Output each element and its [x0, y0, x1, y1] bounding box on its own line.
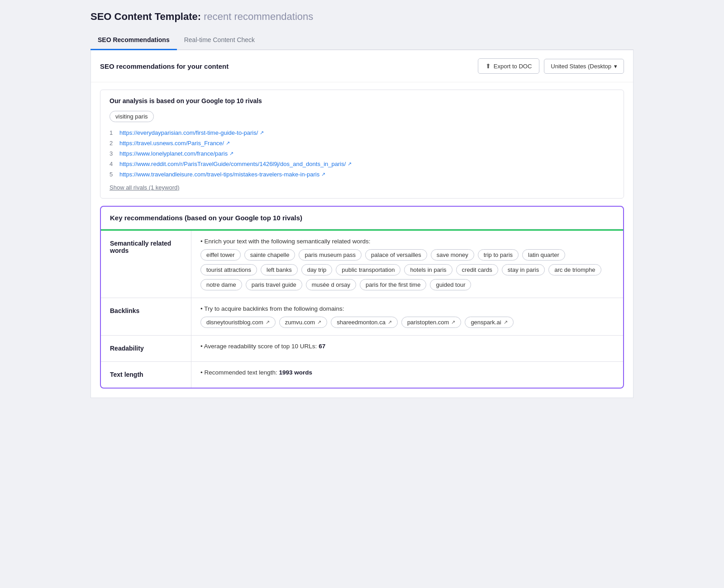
- rival-list: 1 https://everydayparisian.com/first-tim…: [110, 128, 614, 180]
- backlinks-content: • Try to acquire backlinks from the foll…: [191, 298, 623, 335]
- domain-tag[interactable]: shareedmonton.ca ↗: [331, 317, 398, 328]
- external-link-icon: ↗: [504, 319, 508, 325]
- external-link-icon-5: ↗: [321, 171, 325, 177]
- external-link-icon-2: ↗: [226, 140, 230, 146]
- rival-link-2[interactable]: https://travel.usnews.com/Paris_France/ …: [119, 140, 230, 147]
- tab-bar: SEO Recommendations Real-time Content Ch…: [90, 32, 634, 50]
- page-title: SEO Content Template: recent recommendat…: [90, 11, 634, 23]
- header-actions: ⬆ Export to DOC United States (Desktop ▾: [478, 58, 624, 74]
- external-link-icon: ↗: [266, 319, 270, 325]
- domain-tag[interactable]: zumvu.com ↗: [279, 317, 327, 328]
- page-title-subtitle: recent recommendations: [204, 11, 313, 22]
- chevron-down-icon: ▾: [614, 63, 617, 70]
- analysis-title: Our analysis is based on your Google top…: [110, 97, 614, 104]
- main-content-area: SEO recommendations for your content ⬆ E…: [90, 50, 634, 398]
- external-link-icon: ↗: [317, 319, 321, 325]
- rival-item-5: 5 https://www.travelandleisure.com/trave…: [110, 169, 614, 180]
- external-link-icon-1: ↗: [260, 130, 264, 136]
- rival-link-3[interactable]: https://www.lonelyplanet.com/france/pari…: [119, 150, 233, 157]
- semantically-content: • Enrich your text with the following se…: [191, 231, 623, 298]
- backlinks-label: Backlinks: [101, 298, 191, 335]
- external-link-icon: ↗: [451, 319, 455, 325]
- export-icon: ⬆: [486, 62, 491, 70]
- word-tag: paris travel guide: [246, 279, 302, 290]
- export-label: Export to DOC: [494, 63, 532, 70]
- readability-content: • Average readability score of top 10 UR…: [191, 336, 623, 361]
- text-length-content: • Recommended text length: 1993 words: [191, 362, 623, 388]
- word-tag: hotels in paris: [404, 264, 452, 275]
- word-tag: arc de triomphe: [548, 264, 601, 275]
- keyword-tag: visiting paris: [110, 111, 154, 122]
- text-length-value: 1993 words: [279, 369, 313, 376]
- word-tag: trip to paris: [478, 249, 519, 261]
- word-tag: day trip: [301, 264, 333, 275]
- word-tag: palace of versailles: [365, 249, 427, 261]
- word-tag: latin quarter: [522, 249, 565, 261]
- text-length-row: Text length • Recommended text length: 1…: [101, 362, 623, 388]
- section-header: SEO recommendations for your content ⬆ E…: [91, 50, 633, 82]
- word-tag: public transportation: [336, 264, 400, 275]
- location-selector[interactable]: United States (Desktop ▾: [544, 59, 624, 74]
- readability-score-value: 67: [319, 343, 325, 350]
- readability-label: Readability: [101, 336, 191, 361]
- readability-row: Readability • Average readability score …: [101, 336, 623, 362]
- analysis-box: Our analysis is based on your Google top…: [100, 90, 624, 199]
- text-length-label: Text length: [101, 362, 191, 388]
- text-length-text: • Recommended text length: 1993 words: [200, 369, 614, 376]
- word-tag: credit cards: [456, 264, 498, 275]
- rival-item-1: 1 https://everydayparisian.com/first-tim…: [110, 128, 614, 138]
- external-link-icon-3: ↗: [229, 151, 233, 156]
- domain-tag[interactable]: paristopten.com ↗: [401, 317, 462, 328]
- backlinks-row: Backlinks • Try to acquire backlinks fro…: [101, 298, 623, 336]
- tab-realtime-content-check[interactable]: Real-time Content Check: [177, 32, 262, 50]
- semantically-intro: • Enrich your text with the following se…: [200, 238, 614, 245]
- location-label: United States (Desktop: [551, 63, 611, 70]
- export-doc-button[interactable]: ⬆ Export to DOC: [478, 58, 540, 74]
- word-tag: paris for the first time: [360, 279, 426, 290]
- page-title-main: SEO Content Template:: [90, 11, 201, 22]
- word-tag: left banks: [261, 264, 298, 275]
- external-link-icon: ↗: [388, 319, 392, 325]
- backlinks-intro: • Try to acquire backlinks from the foll…: [200, 305, 614, 312]
- word-tag: sainte chapelle: [244, 249, 295, 261]
- word-tag: stay in paris: [502, 264, 545, 275]
- domain-tag[interactable]: disneytouristblog.com ↗: [200, 317, 276, 328]
- rival-link-5[interactable]: https://www.travelandleisure.com/travel-…: [119, 171, 325, 178]
- word-tag: musée d orsay: [306, 279, 356, 290]
- recommendations-box: Key recommendations (based on your Googl…: [100, 206, 624, 389]
- word-tag: notre dame: [200, 279, 242, 290]
- word-tag: guided tour: [430, 279, 471, 290]
- rival-item-3: 3 https://www.lonelyplanet.com/france/pa…: [110, 148, 614, 159]
- word-tag: paris museum pass: [299, 249, 362, 261]
- word-tag: eiffel tower: [200, 249, 241, 261]
- domain-tag[interactable]: genspark.ai ↗: [465, 317, 513, 328]
- rival-link-4[interactable]: https://www.reddit.com/r/ParisTravelGuid…: [119, 161, 352, 167]
- external-link-icon-4: ↗: [348, 161, 352, 167]
- semantically-label: Semantically related words: [101, 231, 191, 298]
- show-all-rivals-button[interactable]: Show all rivals (1 keyword): [110, 184, 180, 191]
- tab-seo-recommendations[interactable]: SEO Recommendations: [90, 32, 177, 50]
- section-title: SEO recommendations for your content: [100, 62, 229, 70]
- domain-tags-container: disneytouristblog.com ↗zumvu.com ↗sharee…: [200, 317, 614, 328]
- word-tag: save money: [431, 249, 474, 261]
- rival-item-2: 2 https://travel.usnews.com/Paris_France…: [110, 138, 614, 148]
- rival-item-4: 4 https://www.reddit.com/r/ParisTravelGu…: [110, 159, 614, 169]
- word-tag: tourist attractions: [200, 264, 257, 275]
- word-tags-container: eiffel towersainte chapelleparis museum …: [200, 249, 614, 290]
- recommendations-title: Key recommendations (based on your Googl…: [101, 207, 623, 229]
- rival-link-1[interactable]: https://everydayparisian.com/first-time-…: [119, 129, 264, 136]
- semantically-related-row: Semantically related words • Enrich your…: [101, 231, 623, 298]
- readability-text: • Average readability score of top 10 UR…: [200, 343, 614, 350]
